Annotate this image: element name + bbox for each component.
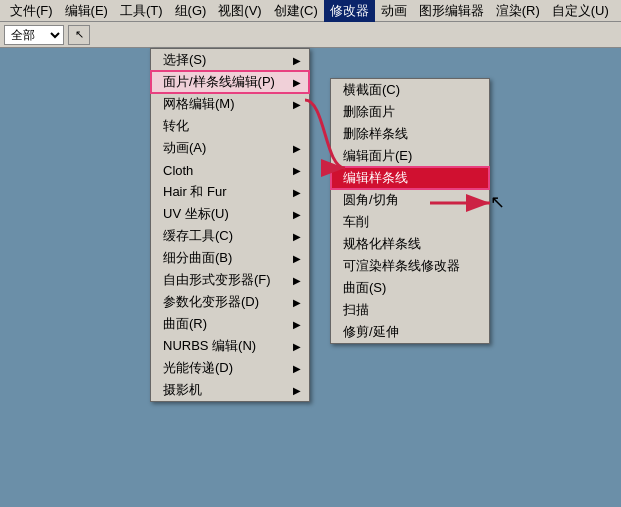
menu-item-ffd[interactable]: 自由形式变形器(F) ▶ [151, 269, 309, 291]
menu-tools[interactable]: 工具(T) [114, 0, 169, 22]
menu-item-surface[interactable]: 曲面(R) ▶ [151, 313, 309, 335]
submenu-item-edit-spline[interactable]: 编辑样条线 [331, 167, 489, 189]
main-viewport: 选择(S) ▶ 面片/样条线编辑(P) ▶ 网格编辑(M) ▶ 转化 动画(A)… [0, 48, 621, 507]
select-all-dropdown[interactable]: 全部 [4, 25, 64, 45]
mouse-cursor: ↖ [490, 191, 506, 207]
menu-item-mesh-edit[interactable]: 网格编辑(M) ▶ [151, 93, 309, 115]
menu-group[interactable]: 组(G) [169, 0, 213, 22]
menu-item-subdivision[interactable]: 细分曲面(B) ▶ [151, 247, 309, 269]
menu-item-radiosity[interactable]: 光能传递(D) ▶ [151, 357, 309, 379]
submenu-arrow: ▶ [293, 231, 301, 242]
submenu-item-fillet-chamfer[interactable]: 圆角/切角 [331, 189, 489, 211]
submenu-arrow: ▶ [293, 275, 301, 286]
submenu-arrow: ▶ [293, 341, 301, 352]
menu-file[interactable]: 文件(F) [4, 0, 59, 22]
submenu-item-trim-extend[interactable]: 修剪/延伸 [331, 321, 489, 343]
menubar: 文件(F) 编辑(E) 工具(T) 组(G) 视图(V) 创建(C) 修改器 动… [0, 0, 621, 22]
submenu-arrow: ▶ [293, 209, 301, 220]
menu-item-convert[interactable]: 转化 [151, 115, 309, 137]
menu-item-cloth[interactable]: Cloth ▶ [151, 159, 309, 181]
cursor-tool-btn[interactable]: ↖ [68, 25, 90, 45]
submenu-arrow: ▶ [293, 385, 301, 396]
menu-item-patch-spline[interactable]: 面片/样条线编辑(P) ▶ [151, 71, 309, 93]
menu-create[interactable]: 创建(C) [268, 0, 324, 22]
submenu-item-renderable-spline[interactable]: 可渲染样条线修改器 [331, 255, 489, 277]
submenu-item-lathe[interactable]: 车削 [331, 211, 489, 233]
menu-maxscript[interactable]: MAXScript(M) [615, 1, 621, 20]
submenu-arrow: ▶ [293, 253, 301, 264]
menu-item-select[interactable]: 选择(S) ▶ [151, 49, 309, 71]
arrow-annotations [0, 48, 621, 507]
patch-spline-submenu: 横截面(C) 删除面片 删除样条线 编辑面片(E) 编辑样条线 圆角/切角 车削 [330, 78, 490, 344]
menu-render[interactable]: 渲染(R) [490, 0, 546, 22]
menu-modifier[interactable]: 修改器 [324, 0, 375, 22]
submenu-item-edit-patch[interactable]: 编辑面片(E) [331, 145, 489, 167]
menu-view[interactable]: 视图(V) [212, 0, 267, 22]
menu-edit[interactable]: 编辑(E) [59, 0, 114, 22]
menu-item-animation[interactable]: 动画(A) ▶ [151, 137, 309, 159]
menu-item-camera[interactable]: 摄影机 ▶ [151, 379, 309, 401]
submenu-item-surface-s[interactable]: 曲面(S) [331, 277, 489, 299]
submenu-item-delete-spline[interactable]: 删除样条线 [331, 123, 489, 145]
menu-item-parametric[interactable]: 参数化变形器(D) ▶ [151, 291, 309, 313]
submenu-item-normalize-spline[interactable]: 规格化样条线 [331, 233, 489, 255]
submenu-arrow: ▶ [293, 77, 301, 88]
submenu-arrow: ▶ [293, 143, 301, 154]
submenu-arrow: ▶ [293, 165, 301, 176]
toolbar: 全部 ↖ [0, 22, 621, 48]
submenu-arrow: ▶ [293, 99, 301, 110]
submenu-arrow: ▶ [293, 55, 301, 66]
menu-customize[interactable]: 自定义(U) [546, 0, 615, 22]
submenu-arrow: ▶ [293, 187, 301, 198]
submenu-item-sweep[interactable]: 扫描 [331, 299, 489, 321]
submenu-item-delete-patch[interactable]: 删除面片 [331, 101, 489, 123]
submenu-item-cross-section[interactable]: 横截面(C) [331, 79, 489, 101]
menu-graph-editor[interactable]: 图形编辑器 [413, 0, 490, 22]
submenu-arrow: ▶ [293, 363, 301, 374]
menu-item-cache-tools[interactable]: 缓存工具(C) ▶ [151, 225, 309, 247]
menu-item-nurbs[interactable]: NURBS 编辑(N) ▶ [151, 335, 309, 357]
submenu-arrow: ▶ [293, 297, 301, 308]
menu-item-hair-fur[interactable]: Hair 和 Fur ▶ [151, 181, 309, 203]
menu-item-uv[interactable]: UV 坐标(U) ▶ [151, 203, 309, 225]
submenu-arrow: ▶ [293, 319, 301, 330]
menu-animation[interactable]: 动画 [375, 0, 413, 22]
modifier-menu-level1: 选择(S) ▶ 面片/样条线编辑(P) ▶ 网格编辑(M) ▶ 转化 动画(A)… [150, 48, 310, 402]
